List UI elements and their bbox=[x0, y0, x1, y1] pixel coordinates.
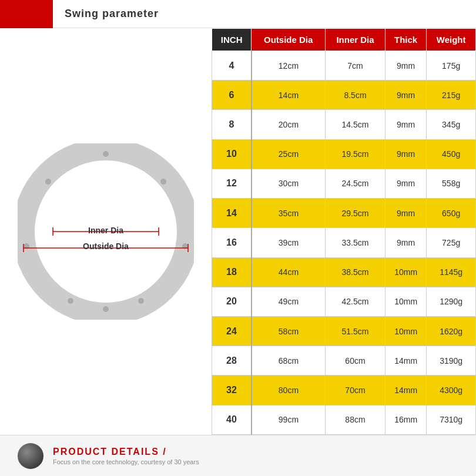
cell-inner: 8.5cm bbox=[326, 81, 386, 110]
table-row: 3280cm70cm14mm4300g bbox=[212, 376, 476, 405]
cell-thick: 9mm bbox=[385, 51, 426, 81]
cell-inch: 18 bbox=[212, 257, 252, 287]
cell-weight: 650g bbox=[427, 199, 476, 228]
table-header-row: INCH Outside Dia Inner Dia Thick Weight bbox=[212, 29, 476, 51]
cell-weight: 4300g bbox=[427, 376, 476, 405]
cell-outside: 58cm bbox=[252, 316, 326, 346]
cell-outside: 44cm bbox=[252, 257, 326, 287]
cell-outside: 80cm bbox=[252, 376, 326, 405]
cell-inner: 24.5cm bbox=[326, 169, 386, 198]
cell-weight: 175g bbox=[427, 51, 476, 81]
cell-weight: 1620g bbox=[427, 316, 476, 346]
col-outside: Outside Dia bbox=[252, 29, 326, 51]
svg-point-2 bbox=[160, 179, 166, 185]
cell-outside: 12cm bbox=[252, 51, 326, 81]
cell-inner: 7cm bbox=[326, 51, 386, 81]
cell-inner: 29.5cm bbox=[326, 199, 386, 228]
cell-weight: 3190g bbox=[427, 346, 476, 376]
svg-point-4 bbox=[138, 298, 144, 304]
cell-outside: 39cm bbox=[252, 228, 326, 257]
table-row: 2868cm60cm14mm3190g bbox=[212, 346, 476, 376]
footer: PRODUCT DETAILS / Focus on the core tech… bbox=[0, 435, 476, 476]
cell-outside: 99cm bbox=[252, 405, 326, 434]
specs-table: INCH Outside Dia Inner Dia Thick Weight … bbox=[212, 28, 476, 435]
cell-inner: 51.5cm bbox=[326, 316, 386, 346]
table-row: 4099cm88cm16mm7310g bbox=[212, 405, 476, 434]
table-row: 2049cm42.5cm10mm1290g bbox=[212, 287, 476, 316]
table-area: INCH Outside Dia Inner Dia Thick Weight … bbox=[212, 28, 476, 435]
cell-weight: 215g bbox=[427, 81, 476, 110]
cell-inch: 12 bbox=[212, 169, 252, 198]
table-row: 412cm7cm9mm175g bbox=[212, 51, 476, 81]
footer-subtitle: Focus on the core technology, courtesy o… bbox=[53, 458, 199, 465]
cell-inch: 6 bbox=[212, 81, 252, 110]
main-content: Inner Dia Outside Dia INCH Outside Dia I… bbox=[0, 28, 476, 435]
diagram-area: Inner Dia Outside Dia bbox=[0, 28, 212, 435]
col-thick: Thick bbox=[385, 29, 426, 51]
cell-weight: 1290g bbox=[427, 287, 476, 316]
cell-inner: 14.5cm bbox=[326, 110, 386, 139]
cell-inch: 10 bbox=[212, 139, 252, 169]
cell-outside: 14cm bbox=[252, 81, 326, 110]
table-row: 1844cm38.5cm10mm1145g bbox=[212, 257, 476, 287]
ring-diagram: Inner Dia Outside Dia bbox=[18, 143, 194, 320]
table-row: 820cm14.5cm9mm345g bbox=[212, 110, 476, 139]
cell-thick: 14mm bbox=[385, 376, 426, 405]
cell-inch: 40 bbox=[212, 405, 252, 434]
cell-inner: 70cm bbox=[326, 376, 386, 405]
header: Swing parameter bbox=[0, 0, 476, 28]
header-red-bar bbox=[0, 0, 53, 28]
cell-thick: 10mm bbox=[385, 316, 426, 346]
cell-inch: 16 bbox=[212, 228, 252, 257]
cell-weight: 1145g bbox=[427, 257, 476, 287]
cell-weight: 558g bbox=[427, 169, 476, 198]
table-row: 1435cm29.5cm9mm650g bbox=[212, 199, 476, 228]
page-container: Swing parameter bbox=[0, 0, 476, 476]
cell-inch: 8 bbox=[212, 110, 252, 139]
page-title: Swing parameter bbox=[53, 8, 159, 20]
cell-thick: 10mm bbox=[385, 257, 426, 287]
cell-outside: 25cm bbox=[252, 139, 326, 169]
svg-point-1 bbox=[103, 151, 109, 157]
table-row: 1639cm33.5cm9mm725g bbox=[212, 228, 476, 257]
table-row: 1230cm24.5cm9mm558g bbox=[212, 169, 476, 198]
cell-inner: 42.5cm bbox=[326, 287, 386, 316]
outer-dia-label: Outside Dia bbox=[83, 242, 129, 251]
col-inch: INCH bbox=[212, 29, 252, 51]
cell-thick: 9mm bbox=[385, 228, 426, 257]
inner-dia-label: Inner Dia bbox=[88, 226, 123, 235]
table-row: 614cm8.5cm9mm215g bbox=[212, 81, 476, 110]
svg-point-8 bbox=[103, 306, 109, 312]
cell-weight: 7310g bbox=[427, 405, 476, 434]
svg-point-7 bbox=[45, 179, 51, 185]
cell-thick: 14mm bbox=[385, 346, 426, 376]
cell-thick: 10mm bbox=[385, 287, 426, 316]
cell-inner: 60cm bbox=[326, 346, 386, 376]
cell-outside: 30cm bbox=[252, 169, 326, 198]
col-weight: Weight bbox=[427, 29, 476, 51]
cell-thick: 9mm bbox=[385, 110, 426, 139]
cell-thick: 9mm bbox=[385, 169, 426, 198]
col-inner: Inner Dia bbox=[326, 29, 386, 51]
cell-inch: 28 bbox=[212, 346, 252, 376]
cell-inch: 32 bbox=[212, 376, 252, 405]
cell-thick: 9mm bbox=[385, 81, 426, 110]
cell-inch: 20 bbox=[212, 287, 252, 316]
cell-weight: 450g bbox=[427, 139, 476, 169]
cell-inner: 19.5cm bbox=[326, 139, 386, 169]
cell-outside: 49cm bbox=[252, 287, 326, 316]
table-row: 1025cm19.5cm9mm450g bbox=[212, 139, 476, 169]
cell-outside: 68cm bbox=[252, 346, 326, 376]
footer-text: PRODUCT DETAILS / Focus on the core tech… bbox=[53, 447, 199, 465]
svg-point-5 bbox=[68, 298, 73, 304]
cell-inner: 88cm bbox=[326, 405, 386, 434]
cell-thick: 9mm bbox=[385, 139, 426, 169]
table-row: 2458cm51.5cm10mm1620g bbox=[212, 316, 476, 346]
cell-thick: 16mm bbox=[385, 405, 426, 434]
cell-inch: 24 bbox=[212, 316, 252, 346]
cell-outside: 35cm bbox=[252, 199, 326, 228]
footer-title: PRODUCT DETAILS / bbox=[53, 447, 199, 457]
footer-circle-icon bbox=[18, 443, 43, 469]
cell-inch: 14 bbox=[212, 199, 252, 228]
cell-thick: 9mm bbox=[385, 199, 426, 228]
